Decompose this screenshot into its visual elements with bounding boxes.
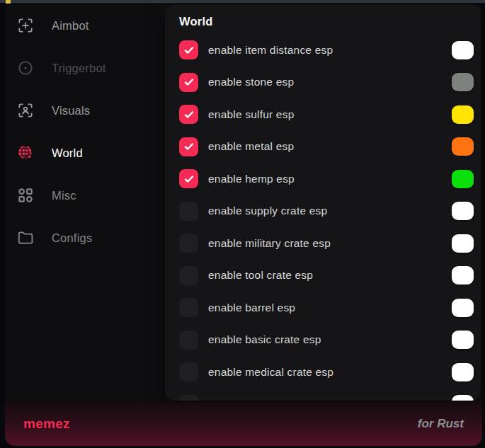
esp-color-swatch[interactable] [452,137,474,156]
esp-option-row: enable military crate esp [165,227,481,260]
sidebar-item-label: World [52,147,83,160]
esp-checkbox[interactable] [179,202,198,221]
esp-checkbox[interactable] [179,73,198,92]
esp-row-label: enable stone esp [208,76,452,88]
esp-option-row: enable tool crate esp [165,260,481,292]
esp-color-swatch[interactable] [452,73,474,91]
esp-option-row: enable metal esp [165,131,481,163]
sidebar-item-label: Aimbot [52,19,89,33]
esp-row-label: enable barrel esp [208,301,452,314]
esp-row-label: enable basic crate esp [208,333,452,346]
sidebar-item-world[interactable]: World [5,132,165,174]
esp-color-swatch[interactable] [452,363,474,381]
sidebar-item-label: Configs [52,231,92,245]
esp-option-row: enable basic crate esp [165,324,481,357]
esp-row-label: enable metal esp [208,140,452,153]
esp-color-swatch[interactable] [452,234,474,253]
esp-row-label: enable tool crate esp [208,269,452,282]
sidebar-item-visuals[interactable]: Visuals [5,89,165,132]
esp-color-swatch[interactable] [452,395,474,401]
esp-option-row: enable sulfur esp [165,98,481,131]
esp-option-row [165,389,481,401]
esp-checkbox[interactable] [179,234,198,253]
esp-option-row: enable stone esp [165,67,481,99]
configs-icon [16,229,35,247]
esp-checkbox[interactable] [179,137,198,156]
esp-checkbox[interactable] [179,298,198,317]
triggerbot-icon [16,59,35,77]
esp-row-label: enable item distance esp [208,44,452,57]
cheat-window: Aimbot Triggerbot [5,3,482,446]
brand-tagline: for Rust [418,417,464,431]
esp-color-swatch[interactable] [452,170,474,188]
esp-color-swatch[interactable] [452,331,474,349]
sidebar-item-label: Triggerbot [52,62,106,75]
esp-row-label: enable medical crate esp [208,366,452,379]
esp-option-row: enable hemp esp [165,163,481,195]
esp-checkbox[interactable] [179,105,198,124]
esp-color-swatch[interactable] [452,41,474,59]
misc-icon [16,186,35,205]
esp-color-swatch[interactable] [452,105,474,124]
world-icon [16,144,35,162]
sidebar-item-label: Misc [52,189,76,202]
sidebar-item-aimbot[interactable]: Aimbot [5,4,165,47]
esp-row-label: enable military crate esp [208,237,452,250]
esp-options-list: enable item distance esp enable stone es… [165,34,481,401]
esp-option-row: enable supply crate esp [165,195,481,228]
visuals-icon [16,101,35,120]
esp-option-row: enable medical crate esp [165,356,481,389]
sidebar-item-label: Visuals [52,104,90,117]
esp-color-swatch[interactable] [452,202,474,220]
sidebar-item-misc[interactable]: Misc [5,174,165,217]
esp-option-row: enable barrel esp [165,292,481,324]
esp-color-swatch[interactable] [452,266,474,285]
footer-bar: memez for Rust [5,402,482,446]
esp-color-swatch[interactable] [452,299,474,317]
esp-row-label: enable sulfur esp [208,108,452,121]
aimbot-icon [16,16,35,35]
panel-title: World [165,4,481,34]
background-peek [6,0,11,4]
esp-row-label: enable supply crate esp [208,205,452,217]
esp-checkbox[interactable] [179,266,198,285]
sidebar: Aimbot Triggerbot [5,3,165,402]
esp-checkbox[interactable] [179,40,198,59]
esp-checkbox[interactable] [179,395,198,401]
esp-checkbox[interactable] [179,362,198,381]
brand-logo: memez [23,416,70,432]
screen: Aimbot Triggerbot [0,0,485,448]
world-panel: World enable item distance esp [165,4,481,401]
sidebar-item-configs[interactable]: Configs [5,217,165,259]
esp-option-row: enable item distance esp [165,34,481,67]
esp-checkbox[interactable] [179,169,198,188]
esp-row-label: enable hemp esp [208,173,452,185]
sidebar-item-triggerbot[interactable]: Triggerbot [5,47,165,89]
esp-checkbox[interactable] [179,331,198,350]
